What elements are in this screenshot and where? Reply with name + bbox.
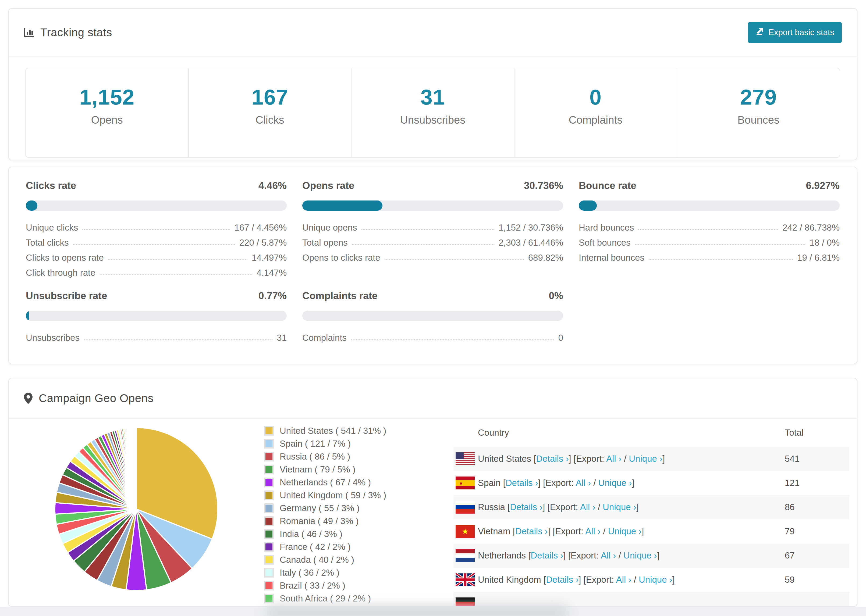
dotted-leader (649, 259, 793, 260)
rate-detail-value: 19 / 6.81% (797, 253, 840, 263)
progress-bar (26, 201, 287, 211)
export-unique-link[interactable]: Unique › (639, 575, 672, 585)
dotted-leader (635, 244, 805, 245)
legend-label: Germany ( 55 / 3% ) (280, 503, 360, 513)
dotted-leader (351, 339, 554, 340)
rate-value: 30.736% (524, 180, 563, 191)
stat-cell: 31 Unsubscribes (351, 68, 514, 157)
map-pin-icon (24, 392, 33, 404)
export-all-link[interactable]: All › (585, 526, 601, 536)
details-link[interactable]: Details › (510, 502, 542, 512)
geo-card-title: Campaign Geo Opens (39, 392, 154, 405)
rate-detail-rows: Complaints 0 (302, 328, 563, 343)
export-unique-link[interactable]: Unique › (624, 550, 657, 560)
legend-swatch (264, 555, 274, 565)
details-link[interactable]: Details › (515, 526, 548, 536)
rate-detail-row: Complaints 0 (302, 328, 563, 343)
details-link[interactable]: Details › (531, 550, 563, 560)
stat-cell: 167 Clicks (188, 68, 351, 157)
geo-pie-chart[interactable] (9, 419, 264, 600)
export-all-link[interactable]: All › (580, 502, 595, 512)
legend-item: Canada ( 40 / 2% ) (264, 555, 452, 565)
export-icon (756, 27, 765, 38)
legend-label: Netherlands ( 67 / 4% ) (280, 477, 371, 487)
export-basic-stats-button[interactable]: Export basic stats (748, 22, 842, 43)
stat-label: Complaints (515, 114, 677, 126)
slash: / (595, 502, 603, 512)
country-name: Netherlands (478, 550, 526, 560)
bracket: ] [ (569, 454, 576, 464)
page-bottom-strip (0, 607, 866, 616)
total-cell: 59 (785, 575, 849, 585)
tracking-stats-header: Tracking stats Export basic stats (9, 9, 857, 57)
bracket: ] [ (563, 550, 571, 560)
rate-title: Clicks rate (26, 180, 76, 191)
rate-detail-value: 689.82% (528, 253, 563, 263)
dotted-leader (84, 339, 272, 340)
legend-item: France ( 42 / 2% ) (264, 542, 452, 552)
bracket: ] [ (578, 575, 586, 585)
rate-detail-row: Total opens 2,303 / 61.446% (302, 233, 563, 248)
legend-label: United States ( 541 / 31% ) (280, 426, 386, 436)
legend-label: Brazil ( 33 / 2% ) (280, 580, 345, 591)
rate-detail-row: Total clicks 220 / 5.87% (26, 233, 287, 248)
export-unique-link[interactable]: Unique › (598, 478, 632, 488)
rate-block: Opens rate 30.736% Unique opens 1,152 / … (302, 180, 563, 278)
rate-detail-row: Unsubscribes 31 (26, 328, 287, 343)
slash: / (616, 550, 624, 560)
bracket: ] [ (548, 526, 555, 536)
country-column-header: Country (453, 427, 785, 438)
stat-label: Clicks (189, 114, 351, 126)
country-name: United Kingdom (478, 575, 541, 585)
rate-value: 0% (549, 290, 563, 302)
country-name: Spain (478, 478, 501, 488)
rate-detail-value: 167 / 4.456% (235, 223, 287, 233)
stat-cell: 0 Complaints (514, 68, 677, 157)
export-all-link[interactable]: All › (616, 575, 631, 585)
rate-detail-label: Unique opens (302, 223, 357, 233)
legend-swatch (264, 594, 274, 603)
legend-label: Canada ( 40 / 2% ) (280, 555, 354, 565)
bracket: [ (528, 550, 531, 560)
export-all-link[interactable]: All › (601, 550, 616, 560)
rate-title: Bounce rate (579, 180, 636, 191)
stats-summary-row: 1,152 Opens 167 Clicks 31 Unsubscribes 0… (25, 68, 840, 158)
legend-label: Romania ( 49 / 3% ) (280, 516, 359, 526)
dotted-leader (361, 229, 494, 230)
legend-item: Brazil ( 33 / 2% ) (264, 580, 452, 591)
legend-label: Vietnam ( 79 / 5% ) (280, 464, 356, 475)
geo-table-body: United States [Details ›] [Export: All ›… (453, 447, 849, 607)
legend-item: India ( 46 / 3% ) (264, 529, 452, 539)
country-cell: Netherlands [Details ›] [Export: All › /… (478, 550, 785, 561)
country-name: United States (478, 454, 531, 464)
export-all-link[interactable]: All › (576, 478, 591, 488)
rate-detail-value: 14.497% (252, 253, 287, 263)
export-unique-link[interactable]: Unique › (608, 526, 642, 536)
rate-detail-row: Clicks to opens rate 14.497% (26, 248, 287, 263)
stat-value: 0 (515, 85, 677, 110)
details-link[interactable]: Details › (546, 575, 578, 585)
legend-item: Russia ( 86 / 5% ) (264, 451, 452, 462)
rate-detail-label: Unique clicks (26, 223, 78, 233)
bracket: ] (672, 575, 675, 585)
rate-block: Unsubscribe rate 0.77% Unsubscribes 31 (26, 290, 287, 343)
legend-swatch (264, 542, 274, 552)
dotted-leader (73, 244, 235, 245)
details-link[interactable]: Details › (536, 454, 568, 464)
legend-item: South Africa ( 29 / 2% ) (264, 593, 452, 603)
table-row: ★ Vietnam [Details ›] [Export: All › / U… (453, 519, 849, 544)
export-all-link[interactable]: All › (606, 454, 622, 464)
details-link[interactable]: Details › (505, 478, 538, 488)
progress-bar-fill (26, 311, 29, 321)
export-unique-link[interactable]: Unique › (629, 454, 663, 464)
export-unique-link[interactable]: Unique › (603, 502, 636, 512)
rate-detail-value: 220 / 5.87% (239, 237, 287, 248)
stat-value: 279 (677, 85, 840, 110)
country-cell: United States [Details ›] [Export: All ›… (478, 454, 785, 464)
tracking-stats-card: Tracking stats Export basic stats 1,152 … (8, 8, 857, 160)
slash: / (601, 526, 608, 536)
page-title: Tracking stats (40, 26, 112, 39)
legend-item: Romania ( 49 / 3% ) (264, 516, 452, 526)
rate-detail-value: 18 / 0% (809, 237, 840, 248)
geo-content: United States ( 541 / 31% ) Spain ( 121 … (9, 419, 857, 607)
